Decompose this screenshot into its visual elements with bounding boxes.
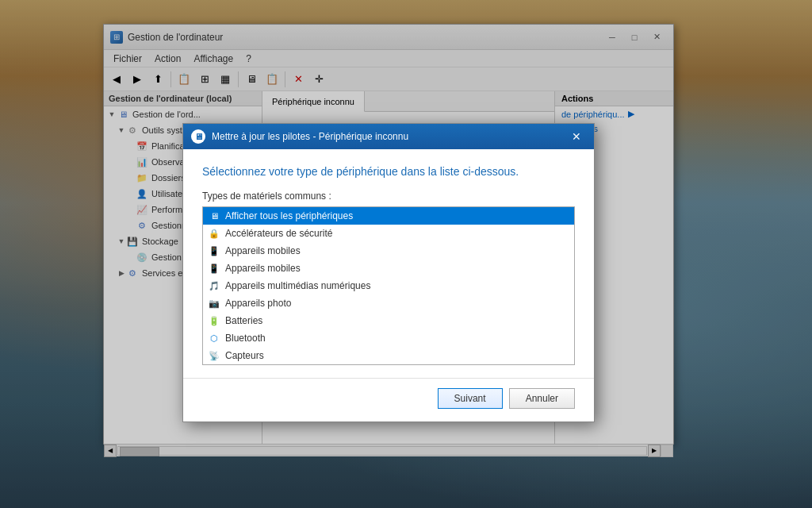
driver-update-dialog: 🖥 Mettre à jour les pilotes - Périphériq…: [182, 123, 595, 422]
next-button[interactable]: Suivant: [438, 388, 503, 409]
list-item[interactable]: 🔋 Batteries: [203, 312, 574, 329]
device-label: Afficher tous les périphériques: [225, 210, 353, 221]
mobile2-icon: 📱: [208, 262, 220, 275]
device-label: Appareils photo: [225, 298, 291, 309]
list-item[interactable]: 📡 Capteurs: [203, 347, 574, 364]
list-item[interactable]: 🖥 Afficher tous les périphériques: [203, 207, 574, 225]
mobile-icon: 📱: [208, 244, 220, 257]
device-label: Appareils mobiles: [225, 245, 301, 256]
battery-icon: 🔋: [208, 314, 220, 327]
modal-titlebar: 🖥 Mettre à jour les pilotes - Périphériq…: [183, 124, 594, 149]
list-item[interactable]: 📷 Appareils photo: [203, 294, 574, 312]
device-label: Appareils multimédias numériques: [225, 280, 370, 291]
multimedia-icon: 🎵: [208, 279, 220, 292]
list-item[interactable]: 🎵 Appareils multimédias numériques: [203, 277, 574, 294]
modal-section-label: Types de matériels communs :: [202, 190, 575, 202]
device-label: Bluetooth: [225, 333, 266, 344]
device-icon: 🖥: [208, 210, 220, 222]
device-label: Batteries: [225, 315, 262, 326]
device-type-list[interactable]: 🖥 Afficher tous les périphériques 🔒 Accé…: [202, 206, 575, 365]
device-label: Accélérateurs de sécurité: [225, 228, 332, 239]
device-label: Capteurs: [225, 350, 264, 361]
modal-title: Mettre à jour les pilotes - Périphérique…: [212, 131, 567, 142]
list-item[interactable]: ⬡ Bluetooth: [203, 329, 574, 347]
list-item[interactable]: 📱 Appareils mobiles: [203, 260, 574, 277]
modal-title-icon: 🖥: [191, 129, 205, 144]
modal-footer: Suivant Annuler: [183, 378, 594, 421]
capteurs-icon: 📡: [208, 349, 220, 362]
device-label: Appareils mobiles: [225, 263, 301, 274]
bluetooth-icon: ⬡: [208, 332, 220, 344]
photo-icon: 📷: [208, 297, 220, 310]
modal-overlay: 🖥 Mettre à jour les pilotes - Périphériq…: [0, 0, 812, 508]
cancel-button[interactable]: Annuler: [509, 388, 575, 409]
list-item[interactable]: 💳 Cartes à puce: [203, 364, 574, 365]
list-item[interactable]: 📱 Appareils mobiles: [203, 242, 574, 260]
security-icon: 🔒: [208, 227, 220, 240]
list-item[interactable]: 🔒 Accélérateurs de sécurité: [203, 225, 574, 242]
modal-close-button[interactable]: ✕: [567, 127, 586, 146]
modal-content: Sélectionnez votre type de périphérique …: [183, 149, 594, 378]
modal-subtitle: Sélectionnez votre type de périphérique …: [202, 165, 575, 178]
